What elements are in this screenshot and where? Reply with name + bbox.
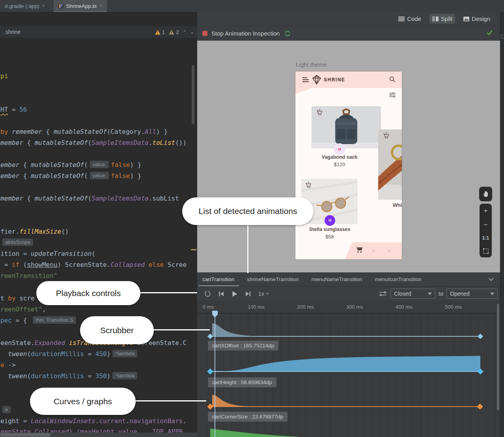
shrine-app-preview: SHRINE M Vagabond sack $120 xyxy=(295,71,402,260)
code-line[interactable]: by remember { mutableStateOf(Category.Al… xyxy=(0,127,168,137)
code-line[interactable]: = if (showMenu) ScreenState.Collapsed el… xyxy=(0,260,187,270)
code-line[interactable]: ition = updateTransition( xyxy=(0,249,95,259)
zoom-ratio-button[interactable]: 1:1 xyxy=(482,235,489,241)
product-image-backpack xyxy=(312,106,381,148)
zoom-controls: + − 1:1 xyxy=(480,204,492,257)
chevron-down-icon xyxy=(266,293,269,295)
animation-tab-menuIconTransition[interactable]: menuIconTransition xyxy=(375,272,421,286)
to-state-dropdown[interactable]: Opened xyxy=(446,289,498,299)
product-name-partial: Whit xyxy=(393,203,402,208)
code-line[interactable]: member { mutableStateOf(SampleItemsData.… xyxy=(0,138,187,148)
callout-curves-graphs: Curves / graphs xyxy=(30,388,136,415)
code-line[interactable]: e -> xyxy=(0,360,16,370)
preview-surface[interactable]: Light theme SHRINE xyxy=(197,41,500,272)
product-price: $58 xyxy=(298,234,361,240)
view-mode-code[interactable]: Code xyxy=(396,14,424,24)
code-line[interactable]: tween(durationMillis = 350)^lambda xyxy=(0,371,139,381)
callout-line xyxy=(152,329,210,330)
animation-inspector-header: Stop Animation Inspection xyxy=(197,26,500,41)
error-count: 1 xyxy=(162,29,165,35)
code-line[interactable]: reenOffset", xyxy=(0,304,46,315)
product-price: $120 xyxy=(308,161,371,167)
error-indicator[interactable]: 1 xyxy=(155,29,165,35)
curve-value-label: cartHeight : 56.659634dp xyxy=(208,377,276,387)
refresh-icon[interactable] xyxy=(284,30,291,37)
code-editor[interactable]: .shrine 1 2 ⌃ ⌄ piHT = 56by remember { m… xyxy=(0,12,197,437)
product-image-belt xyxy=(378,129,402,200)
add-to-cart-icon xyxy=(304,181,312,189)
curve-cartCornerSize xyxy=(207,395,483,410)
play-icon[interactable] xyxy=(231,291,238,297)
code-line[interactable]: ember { mutableStateOf(value:false) } xyxy=(0,171,141,181)
code-line[interactable]: HT = 56 xyxy=(0,105,27,115)
playback-controls: 1x Closed to Opened xyxy=(197,287,500,301)
curve-value-label: cartXOffset : 165.75214dp xyxy=(208,341,278,351)
tab-gradle[interactable]: d.gradle (:app) × xyxy=(0,0,50,12)
animation-timeline[interactable]: 0 ms100 ms200 ms300 ms400 ms500 ms xyxy=(197,301,500,437)
weak-warning-icon xyxy=(169,30,174,35)
curve-green xyxy=(210,429,299,437)
design-view-icon xyxy=(463,17,469,21)
animation-tab-menuNameTransition[interactable]: menuNameTransition xyxy=(312,272,362,286)
chevron-down-icon[interactable] xyxy=(489,278,494,281)
tab-gradle-label: d.gradle (:app) xyxy=(5,3,39,9)
playback-speed-selector[interactable]: 1x xyxy=(258,291,269,297)
view-mode-design[interactable]: Design xyxy=(461,14,493,24)
tab-shrineapp-label: ShrineApp.kt xyxy=(66,3,97,9)
code-line[interactable]: tween(durationMillis = 450)^lambda xyxy=(0,349,139,359)
code-line[interactable]: aintsScope xyxy=(0,238,35,248)
app-title: SHRINE xyxy=(324,77,345,83)
scrubber-handle[interactable] xyxy=(212,310,218,318)
filter-icon xyxy=(389,92,396,98)
breadcrumb[interactable]: .shrine xyxy=(4,29,21,35)
inspection-widget[interactable]: 1 2 ⌃ ⌄ xyxy=(155,26,194,38)
editor-horizontal-scrollbar[interactable] xyxy=(0,433,50,437)
file-tab-bar: d.gradle (:app) × ShrineApp.kt × xyxy=(0,0,504,12)
from-state-dropdown[interactable]: Closed xyxy=(390,289,435,299)
code-line[interactable]: e xyxy=(0,405,13,415)
editor-vertical-scrollbar[interactable] xyxy=(192,65,194,124)
zoom-out-button[interactable]: − xyxy=(484,221,488,228)
warning-icon xyxy=(155,30,161,35)
view-mode-split[interactable]: Split xyxy=(429,14,455,24)
callout-line xyxy=(134,400,206,401)
add-to-cart-icon xyxy=(315,109,323,116)
zoom-to-fit-button[interactable] xyxy=(483,248,489,254)
go-to-end-icon[interactable] xyxy=(245,291,251,297)
zoom-in-button[interactable]: + xyxy=(484,207,488,214)
weak-warning-count: 2 xyxy=(176,29,179,35)
view-mode-bar: Code Split Design xyxy=(197,12,500,26)
tab-shrineapp[interactable]: ShrineApp.kt × xyxy=(54,0,107,12)
stop-animation-inspection-button[interactable]: Stop Animation Inspection xyxy=(202,30,280,37)
code-line[interactable]: pi xyxy=(0,71,8,81)
loop-playback-icon[interactable] xyxy=(204,291,211,297)
callout-scrubber: Scrubber xyxy=(80,316,154,344)
code-line[interactable]: ember { mutableStateOf(value:false) } xyxy=(0,160,141,170)
change-marker xyxy=(191,249,196,250)
go-to-start-icon[interactable] xyxy=(218,291,224,297)
animation-tab-cartTransition[interactable]: cartTransition xyxy=(202,272,234,286)
callout-line xyxy=(139,292,197,293)
stop-label: Stop Animation Inspection xyxy=(211,30,280,37)
right-tool-strip xyxy=(500,12,504,437)
scrubber-line[interactable] xyxy=(215,311,215,437)
callout-detected-animations: List of detected animations xyxy=(182,197,314,225)
code-line[interactable]: eight = LocalWindowInsets.current.naviga… xyxy=(0,416,187,426)
close-icon[interactable]: × xyxy=(99,3,102,9)
code-line[interactable]: t by scre xyxy=(0,293,35,304)
code-line[interactable]: fier.fillMaxSize() xyxy=(0,227,69,237)
weak-warning-indicator[interactable]: 2 xyxy=(169,29,179,35)
timeline-scrollbar[interactable] xyxy=(497,304,499,411)
code-line[interactable]: member { mutableStateOf(SampleItemsData.… xyxy=(0,193,179,204)
pan-button[interactable] xyxy=(479,187,492,201)
brand-badge-icon: M xyxy=(334,143,345,155)
animation-tab-shrineNameTransition[interactable]: shrineNameTransition xyxy=(247,272,299,286)
tool-strip-icon xyxy=(501,35,504,38)
next-issue-icon[interactable]: ⌄ xyxy=(190,30,194,35)
close-icon[interactable]: × xyxy=(42,3,45,9)
code-line[interactable]: reenTransition" xyxy=(0,271,58,281)
swap-states-icon[interactable] xyxy=(379,291,387,297)
menu-icon xyxy=(302,77,309,83)
code-line[interactable]: pec = { this: Transition.S xyxy=(0,315,78,326)
prev-issue-icon[interactable]: ⌃ xyxy=(183,30,187,35)
